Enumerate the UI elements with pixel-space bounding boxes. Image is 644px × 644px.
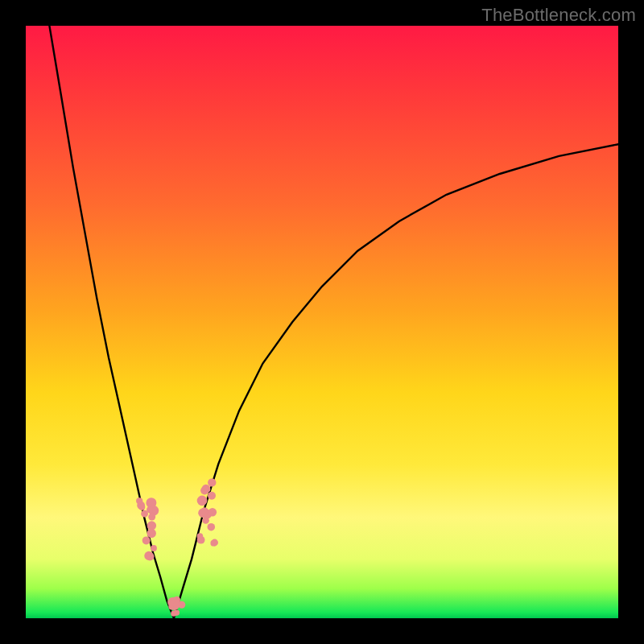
chart-frame: TheBottleneck.com xyxy=(0,0,644,644)
data-point xyxy=(208,492,216,500)
data-point xyxy=(146,497,156,508)
data-point xyxy=(141,510,148,518)
data-point xyxy=(171,611,176,617)
data-point xyxy=(197,533,204,539)
data-point xyxy=(151,545,157,551)
data-point xyxy=(208,508,217,516)
data-point xyxy=(146,552,154,560)
data-point xyxy=(173,602,180,609)
data-point xyxy=(138,504,145,510)
chart-svg xyxy=(26,26,618,618)
curve-right xyxy=(174,144,618,618)
data-point xyxy=(197,496,208,506)
data-point xyxy=(208,478,216,486)
data-point xyxy=(136,497,142,504)
data-point xyxy=(198,508,208,518)
scatter-dots xyxy=(136,478,218,617)
data-point xyxy=(200,486,208,494)
data-point xyxy=(210,540,217,547)
watermark-text: TheBottleneck.com xyxy=(481,5,636,26)
plot-area xyxy=(26,26,618,618)
data-point xyxy=(147,529,156,538)
data-point xyxy=(148,514,155,521)
data-point xyxy=(208,523,216,531)
curve-left xyxy=(49,26,174,618)
data-point xyxy=(142,536,151,544)
